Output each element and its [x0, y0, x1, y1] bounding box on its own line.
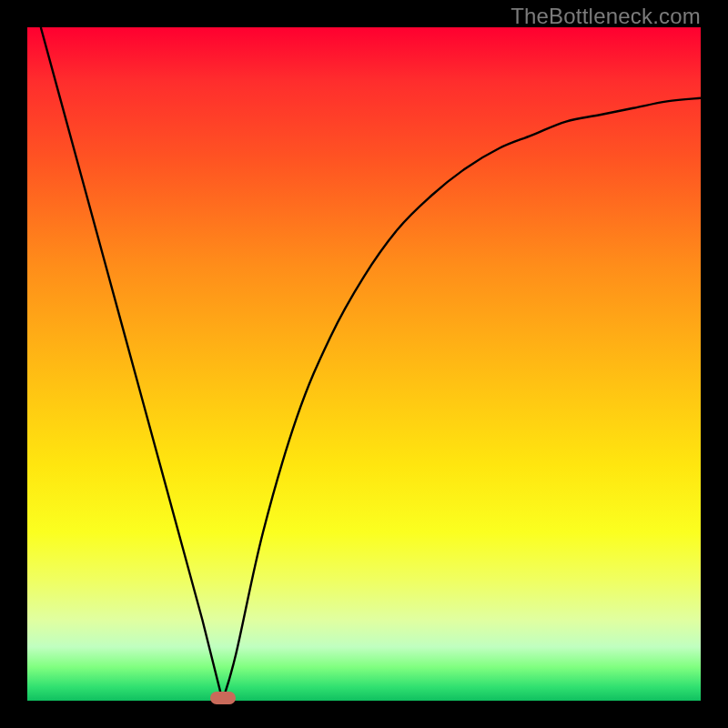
chart-frame: TheBottleneck.com	[0, 0, 728, 728]
minimum-marker	[210, 692, 236, 704]
curve-path	[41, 27, 701, 701]
bottleneck-curve	[27, 27, 701, 701]
watermark-text: TheBottleneck.com	[511, 4, 701, 29]
plot-area	[27, 27, 701, 701]
